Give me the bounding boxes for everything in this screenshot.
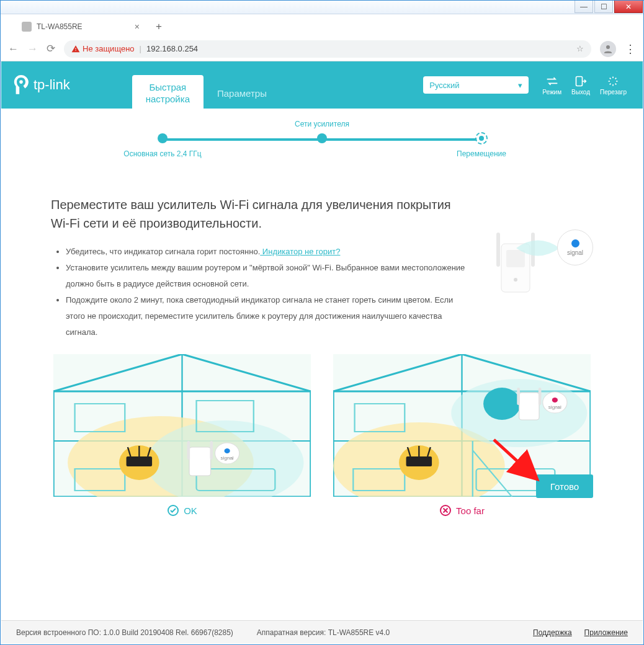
svg-point-1 bbox=[19, 80, 23, 84]
browser-tab[interactable]: TL-WA855RE × bbox=[16, 17, 146, 36]
address-bar: ← → ⟳ Не защищено | 192.168.0.254 ☆ ⋮ bbox=[1, 37, 643, 61]
step-3-label: Перемещение bbox=[457, 149, 506, 158]
app-header: tp-link Быстрая настройка Параметры Русс… bbox=[1, 61, 643, 109]
tab-close-icon[interactable]: × bbox=[135, 22, 140, 32]
window-close-button[interactable]: ✕ bbox=[614, 1, 643, 13]
window-minimize-button[interactable]: — bbox=[575, 1, 593, 13]
menu-icon[interactable]: ⋮ bbox=[625, 42, 636, 56]
chevron-down-icon: ▾ bbox=[518, 81, 522, 90]
page-title: Переместите ваш усилитель Wi-Fi сигнала … bbox=[51, 195, 469, 233]
svg-rect-23 bbox=[189, 447, 211, 476]
forward-icon[interactable]: → bbox=[27, 43, 38, 55]
back-icon[interactable]: ← bbox=[8, 43, 19, 55]
check-circle-icon bbox=[167, 504, 179, 517]
page-content: tp-link Быстрая настройка Параметры Русс… bbox=[1, 61, 643, 644]
progress-stepper: Основная сеть 2,4 ГГц Сети усилителя Пер… bbox=[163, 133, 481, 177]
svg-rect-2 bbox=[576, 76, 583, 86]
window-maximize-button[interactable]: ☐ bbox=[594, 1, 613, 13]
svg-point-27 bbox=[225, 448, 230, 453]
tab-settings[interactable]: Параметры bbox=[203, 75, 280, 109]
x-circle-icon bbox=[439, 504, 452, 517]
placement-good: signal OK bbox=[53, 354, 311, 517]
url-input[interactable]: Не защищено | 192.168.0.254 ☆ bbox=[64, 40, 591, 58]
new-tab-button[interactable]: + bbox=[151, 19, 167, 35]
device-illustration: signal bbox=[481, 208, 593, 307]
svg-point-46 bbox=[483, 388, 521, 420]
favicon-icon bbox=[22, 22, 32, 32]
profile-icon[interactable] bbox=[600, 41, 616, 57]
step-1-label: Основная сеть 2,4 ГГц bbox=[123, 149, 201, 158]
instruction-list: Убедитесь, что индикатор сигнала горит п… bbox=[51, 244, 469, 340]
browser-window: — ☐ ✕ TL-WA855RE × + ← → ⟳ Не защищено |… bbox=[0, 0, 644, 645]
window-titlebar: — ☐ ✕ bbox=[1, 1, 643, 14]
tab-quick-setup[interactable]: Быстрая настройка bbox=[132, 75, 203, 109]
tab-title: TL-WA855RE bbox=[37, 22, 83, 31]
logout-button[interactable]: Выход bbox=[571, 75, 590, 96]
page-footer: Версия встроенного ПО: 1.0.0 Build 20190… bbox=[1, 620, 643, 644]
reboot-button[interactable]: Перезагр bbox=[600, 75, 627, 96]
firmware-version: Версия встроенного ПО: 1.0.0 Build 20190… bbox=[16, 628, 233, 637]
url-text: 192.168.0.254 bbox=[146, 44, 198, 53]
svg-rect-47 bbox=[519, 393, 539, 420]
ok-caption: OK bbox=[167, 504, 197, 517]
reload-icon[interactable]: ⟳ bbox=[47, 42, 55, 55]
svg-rect-42 bbox=[406, 456, 432, 466]
done-button[interactable]: Готово bbox=[536, 474, 593, 498]
svg-rect-48 bbox=[517, 388, 520, 405]
svg-text:signal: signal bbox=[548, 405, 561, 410]
mode-button[interactable]: Режим bbox=[542, 75, 561, 96]
support-link[interactable]: Поддержка bbox=[533, 628, 572, 637]
brand-logo: tp-link bbox=[12, 74, 70, 96]
tab-strip: TL-WA855RE × + bbox=[1, 14, 643, 37]
svg-point-0 bbox=[606, 45, 610, 49]
svg-text:signal: signal bbox=[221, 456, 234, 461]
led-off-link[interactable]: Индикатор не горит? bbox=[260, 247, 340, 256]
signal-indicator: signal bbox=[557, 229, 593, 265]
svg-rect-24 bbox=[187, 441, 190, 460]
star-icon[interactable]: ☆ bbox=[576, 44, 584, 53]
svg-point-7 bbox=[514, 278, 517, 282]
insecure-warning: Не защищено bbox=[71, 44, 135, 53]
language-select[interactable]: Русский ▾ bbox=[423, 76, 529, 94]
svg-rect-25 bbox=[210, 441, 213, 460]
step-2-label: Сети усилителя bbox=[295, 120, 349, 128]
hardware-version: Аппаратная версия: TL-WA855RE v4.0 bbox=[257, 628, 390, 637]
app-link[interactable]: Приложение bbox=[584, 628, 628, 637]
svg-rect-19 bbox=[127, 456, 152, 466]
svg-rect-3 bbox=[496, 233, 500, 267]
svg-rect-49 bbox=[539, 388, 542, 405]
toofar-caption: Too far bbox=[439, 504, 485, 517]
svg-point-51 bbox=[552, 398, 558, 403]
